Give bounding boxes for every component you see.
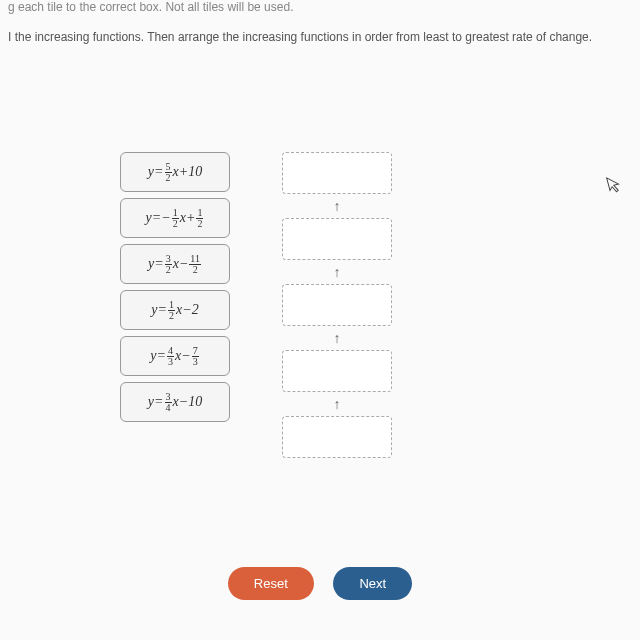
button-row: Reset Next [0,567,640,600]
tile-equation-5[interactable]: y=43x−73 [120,336,230,376]
tile-equation-6[interactable]: y=34x−10 [120,382,230,422]
tile-equation-3[interactable]: y=32x−112 [120,244,230,284]
drop-slot-1[interactable] [282,152,392,194]
drop-slot-3[interactable] [282,284,392,326]
tiles-column: y=52x+10 y=−12x+12 y=32x−112 y=12x−2 y=4… [120,152,230,428]
arrow-icon: ↑ [282,326,392,350]
reset-button[interactable]: Reset [228,567,314,600]
instruction-line-2: I the increasing functions. Then arrange… [0,30,640,52]
cursor-icon [605,174,624,199]
drop-slot-2[interactable] [282,218,392,260]
next-button[interactable]: Next [333,567,412,600]
drop-slot-4[interactable] [282,350,392,392]
instruction-line-1: g each tile to the correct box. Not all … [0,0,640,14]
drop-slot-5[interactable] [282,416,392,458]
tile-equation-2[interactable]: y=−12x+12 [120,198,230,238]
content-area: y=52x+10 y=−12x+12 y=32x−112 y=12x−2 y=4… [0,52,640,112]
arrow-icon: ↑ [282,194,392,218]
arrow-icon: ↑ [282,260,392,284]
tile-equation-4[interactable]: y=12x−2 [120,290,230,330]
tile-equation-1[interactable]: y=52x+10 [120,152,230,192]
arrow-icon: ↑ [282,392,392,416]
slots-column: ↑ ↑ ↑ ↑ [282,152,392,458]
